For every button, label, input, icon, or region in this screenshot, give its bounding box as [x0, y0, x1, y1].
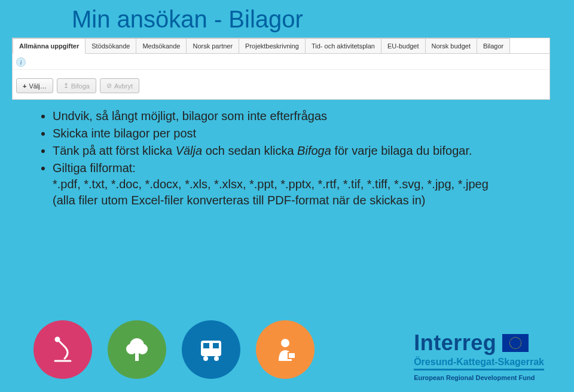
list-item: Tänk på att först klicka Välja och sedan… — [53, 143, 532, 159]
list-item: Giltiga filformat: *.pdf, *.txt, *.doc, … — [53, 160, 532, 209]
svg-point-11 — [281, 339, 289, 347]
tree-icon — [108, 320, 166, 379]
text-em: Bifoga — [297, 144, 331, 157]
text: Giltiga filformat: — [53, 161, 136, 174]
worker-icon — [256, 320, 315, 379]
tab-tid-aktivitetsplan[interactable]: Tid- och aktivitetsplan — [305, 38, 381, 53]
text-em: Välja — [176, 144, 202, 157]
category-icons — [33, 320, 315, 379]
cancel-button-label: Avbryt — [114, 82, 133, 90]
interreg-logo: Interreg Öresund-Kattegat-Skagerrak Euro… — [414, 330, 544, 381]
plus-icon: + — [23, 82, 26, 90]
attach-button-label: Bifoga — [71, 82, 90, 90]
select-button[interactable]: + Välj… — [16, 78, 53, 93]
file-formats: *.pdf, *.txt, *.doc, *.docx, *.xls, *.xl… — [53, 177, 488, 191]
cancel-icon: ⊘ — [106, 82, 112, 90]
tab-allmanna[interactable]: Allmänna uppgifter — [13, 38, 86, 54]
tab-eu-budget[interactable]: EU-budget — [381, 38, 426, 53]
eu-flag-icon — [502, 334, 529, 352]
svg-rect-5 — [135, 351, 139, 361]
svg-point-9 — [203, 356, 208, 361]
microscope-icon — [33, 320, 92, 379]
upload-icon: ↥ — [63, 82, 69, 90]
logo-fund: European Regional Development Fund — [414, 374, 544, 381]
info-icon[interactable]: i — [16, 57, 26, 67]
svg-point-1 — [56, 338, 59, 341]
tab-norsk-partner[interactable]: Norsk partner — [186, 38, 239, 53]
svg-point-10 — [214, 356, 219, 361]
button-row: + Välj… ↥ Bifoga ⊘ Avbryt — [13, 69, 549, 99]
list-item: Skicka inte bilagor per post — [53, 125, 532, 142]
list-item: Undvik, så långt möjligt, bilagor som in… — [53, 108, 532, 124]
svg-rect-8 — [213, 343, 219, 348]
page-title: Min ansökan - Bilagor — [0, 0, 574, 38]
text: för varje bilaga du bifogar. — [331, 144, 472, 157]
tab-norsk-budget[interactable]: Norsk budget — [425, 38, 477, 53]
tab-bilagor[interactable]: Bilagor — [477, 38, 510, 53]
info-row: i — [13, 54, 549, 69]
bullet-list: Undvik, så långt möjligt, bilagor som in… — [42, 108, 532, 209]
text: Tänk på att först klicka — [53, 144, 176, 157]
logo-region: Öresund-Kattegat-Skagerrak — [414, 357, 544, 370]
svg-rect-12 — [288, 353, 295, 359]
tab-medsokande[interactable]: Medsökande — [136, 38, 187, 53]
tab-bar: Allmänna uppgifter Stödsökande Medsökand… — [13, 38, 549, 54]
tab-stodsokande[interactable]: Stödsökande — [85, 38, 136, 53]
form-screenshot: Allmänna uppgifter Stödsökande Medsökand… — [12, 38, 550, 100]
logo-brand: Interreg — [414, 330, 496, 356]
text: och sedan klicka — [202, 144, 297, 157]
select-button-label: Välj… — [29, 82, 46, 90]
cancel-button[interactable]: ⊘ Avbryt — [100, 78, 139, 93]
attach-button[interactable]: ↥ Bifoga — [57, 78, 96, 93]
bus-icon — [182, 320, 240, 379]
text-note: (alla filer utom Excel-filer konverteras… — [53, 194, 426, 207]
svg-rect-7 — [203, 343, 209, 348]
tab-projektbeskrivning[interactable]: Projektbeskrivning — [239, 38, 306, 53]
